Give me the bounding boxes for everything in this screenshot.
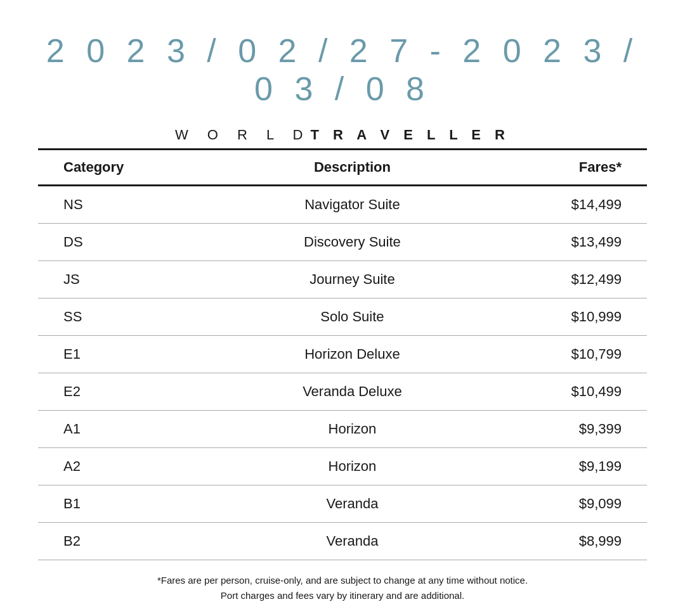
table-row: B1Veranda$9,099 (38, 485, 647, 523)
cell-category: A1 (38, 411, 230, 448)
cell-category: B2 (38, 523, 230, 560)
cell-fare: $9,399 (474, 411, 647, 448)
cell-fare: $10,799 (474, 336, 647, 373)
cell-category: A2 (38, 448, 230, 485)
cell-fare: $13,499 (474, 224, 647, 261)
table-row: B2Veranda$8,999 (38, 523, 647, 560)
cell-fare: $10,999 (474, 298, 647, 336)
column-header-description: Description (230, 150, 474, 186)
date-range: 2 0 2 3 / 0 2 / 2 7 - 2 0 2 3 / 0 3 / 0 … (38, 32, 647, 108)
cell-description: Horizon (230, 448, 474, 485)
table-row: E1Horizon Deluxe$10,799 (38, 336, 647, 373)
cell-description: Navigator Suite (230, 186, 474, 224)
table-row: A1Horizon$9,399 (38, 411, 647, 448)
brand-name: W O R L DT R A V E L L E R (175, 127, 510, 143)
footnote-line1: *Fares are per person, cruise-only, and … (38, 573, 647, 588)
column-header-fares: Fares* (474, 150, 647, 186)
cell-category: NS (38, 186, 230, 224)
cell-description: Solo Suite (230, 298, 474, 336)
cell-fare: $8,999 (474, 523, 647, 560)
cell-description: Discovery Suite (230, 224, 474, 261)
cell-category: B1 (38, 485, 230, 523)
cell-description: Veranda (230, 485, 474, 523)
cell-category: DS (38, 224, 230, 261)
brand-regular: W O R L D (175, 127, 311, 143)
table-row: E2Veranda Deluxe$10,499 (38, 373, 647, 411)
brand-bold: T R A V E L L E R (311, 127, 510, 143)
cell-description: Horizon (230, 411, 474, 448)
cell-fare: $10,499 (474, 373, 647, 411)
cell-description: Horizon Deluxe (230, 336, 474, 373)
table-row: SSSolo Suite$10,999 (38, 298, 647, 336)
cell-description: Veranda (230, 523, 474, 560)
cell-category: JS (38, 261, 230, 298)
cell-category: E2 (38, 373, 230, 411)
table-row: DSDiscovery Suite$13,499 (38, 224, 647, 261)
table-row: NSNavigator Suite$14,499 (38, 186, 647, 224)
cell-description: Journey Suite (230, 261, 474, 298)
table-row: A2Horizon$9,199 (38, 448, 647, 485)
footnote: *Fares are per person, cruise-only, and … (38, 573, 647, 603)
cell-fare: $9,099 (474, 485, 647, 523)
table-header-row: Category Description Fares* (38, 150, 647, 186)
table-row: JSJourney Suite$12,499 (38, 261, 647, 298)
column-header-category: Category (38, 150, 230, 186)
cell-fare: $9,199 (474, 448, 647, 485)
cell-fare: $14,499 (474, 186, 647, 224)
cell-fare: $12,499 (474, 261, 647, 298)
cell-category: SS (38, 298, 230, 336)
cell-description: Veranda Deluxe (230, 373, 474, 411)
cell-category: E1 (38, 336, 230, 373)
pricing-table-container: Category Description Fares* NSNavigator … (38, 148, 647, 560)
pricing-table: Category Description Fares* NSNavigator … (38, 148, 647, 560)
footnote-line2: Port charges and fees vary by itinerary … (38, 588, 647, 603)
